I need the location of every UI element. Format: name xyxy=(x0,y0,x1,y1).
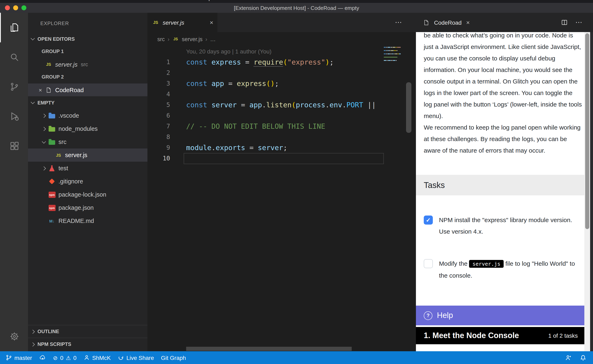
minimize-window-button[interactable] xyxy=(13,5,18,10)
open-editor-coderoad[interactable]: × CodeRoad xyxy=(28,84,147,96)
explorer-activity-icon[interactable] xyxy=(0,13,28,42)
code-line-6[interactable]: 6 xyxy=(147,110,416,121)
tree-item-label: package-lock.json xyxy=(59,191,106,198)
window-titlebar[interactable]: [Extension Development Host] - CodeRoad … xyxy=(0,3,593,13)
source-control-activity-icon[interactable] xyxy=(0,72,28,102)
editor-tab-bar: JS server.js × ⋯ xyxy=(147,13,416,32)
warning-count: 0 xyxy=(73,354,77,361)
test-folder-icon xyxy=(48,164,56,172)
open-editors-header[interactable]: OPEN EDITORS xyxy=(28,32,147,45)
close-tab-icon[interactable]: × xyxy=(466,19,470,26)
js-file-icon: JS xyxy=(54,151,63,159)
settings-gear-icon[interactable] xyxy=(0,322,28,351)
code-line-3[interactable]: 3const app = express(); xyxy=(147,78,416,89)
npm-scripts-section-header[interactable]: NPM SCRIPTS xyxy=(28,338,147,351)
editor-more-actions-icon[interactable]: ⋯ xyxy=(395,18,402,27)
chevron-down-icon xyxy=(31,100,35,104)
code-line-1[interactable]: 1const express = require("express"); xyxy=(147,57,416,67)
tree-item--gitignore[interactable]: .gitignore xyxy=(28,175,147,188)
outline-section-header[interactable]: OUTLINE xyxy=(28,325,147,338)
git-branch-status[interactable]: master xyxy=(6,354,32,361)
breadcrumb-separator-icon: › xyxy=(168,36,169,42)
menubar-items: CodeFileEditSelectionViewGoRunTerminalWi… xyxy=(9,0,212,1)
code-line-8[interactable]: 8 xyxy=(147,132,416,142)
breadcrumb-symbol[interactable]: … xyxy=(210,36,216,42)
run-debug-activity-icon[interactable] xyxy=(0,102,28,131)
tree-item-src[interactable]: src xyxy=(28,135,147,149)
open-editor-server-js[interactable]: JS server.js src xyxy=(28,58,147,71)
code-line-5[interactable]: 5const server = app.listen(process.env.P… xyxy=(147,99,416,110)
menu-selection[interactable]: Selection xyxy=(64,0,86,1)
tree-item--vscode[interactable]: .vscode xyxy=(28,109,147,122)
node-modules-folder-icon xyxy=(48,125,56,132)
tree-item-server-js[interactable]: JSserver.js xyxy=(28,149,147,162)
tree-item-package-json[interactable]: npmpackage.json xyxy=(28,201,147,214)
menu-help[interactable]: Help xyxy=(200,0,212,1)
close-window-button[interactable] xyxy=(5,5,10,10)
code-line-7[interactable]: 7// -- DO NOT EDIT BELOW THIS LINE xyxy=(147,121,416,132)
project-section-label: EMPTY xyxy=(38,100,54,105)
close-tab-icon[interactable]: × xyxy=(210,19,213,26)
task-checkbox-checked[interactable]: ✓ xyxy=(424,215,433,225)
line-content: // -- DO NOT EDIT BELOW THIS LINE xyxy=(170,121,325,132)
editor-group-1-label: GROUP 1 xyxy=(28,45,147,58)
npm-scripts-label: NPM SCRIPTS xyxy=(38,341,71,347)
code-line-2[interactable]: 2 xyxy=(147,67,416,78)
live-share-button[interactable]: Live Share xyxy=(118,354,154,361)
webview-scrollbar[interactable] xyxy=(585,33,589,229)
code-editor[interactable]: You, 20 days ago | 1 author (You) 1const… xyxy=(147,46,416,351)
panel-more-actions-icon[interactable]: ⋯ xyxy=(575,18,582,27)
coderoad-tab-label[interactable]: CodeRoad xyxy=(434,19,462,26)
status-bar: master ⊘ 0 ⚠ 0 ShMcK Live Share Git Grap… xyxy=(0,351,593,364)
horizontal-scrollbar[interactable] xyxy=(186,347,352,351)
tasks-heading-band: Tasks xyxy=(416,175,584,195)
tree-item-label: test xyxy=(59,165,68,171)
help-bar[interactable]: ? Help xyxy=(416,306,584,325)
lesson-title: 1. Meet the Node Console xyxy=(424,331,519,340)
lesson-footer[interactable]: 1. Meet the Node Console 1 of 2 tasks xyxy=(416,327,584,344)
invite-account-icon[interactable] xyxy=(565,354,572,361)
task-checkbox-unchecked[interactable] xyxy=(424,259,433,268)
close-editor-icon[interactable]: × xyxy=(37,87,44,93)
tree-item-readme-md[interactable]: M↓README.md xyxy=(28,214,147,228)
breadcrumb-src[interactable]: src xyxy=(157,36,165,42)
extensions-activity-icon[interactable] xyxy=(0,131,28,161)
minimap[interactable] xyxy=(384,47,401,63)
menu-code[interactable]: Code xyxy=(9,0,22,1)
line-number: 5 xyxy=(147,99,170,110)
notifications-bell-icon[interactable] xyxy=(580,354,586,361)
chevron-down-icon xyxy=(31,36,35,40)
user-account-status[interactable]: ShMcK xyxy=(84,354,111,361)
publish-changes-button[interactable] xyxy=(39,355,46,361)
code-line-4[interactable]: 4 xyxy=(147,89,416,99)
user-name: ShMcK xyxy=(92,354,111,361)
menu-file[interactable]: File xyxy=(30,0,39,1)
tree-item-node-modules[interactable]: node_modules xyxy=(28,122,147,135)
gitlens-blame-annotation: You, 20 days ago | 1 author (You) xyxy=(147,46,416,57)
project-section-header[interactable]: EMPTY xyxy=(28,96,147,109)
git-graph-button[interactable]: Git Graph xyxy=(161,354,186,361)
menu-terminal[interactable]: Terminal xyxy=(146,0,166,1)
problems-status[interactable]: ⊘ 0 ⚠ 0 xyxy=(53,354,77,361)
editor-group-2-label: GROUP 2 xyxy=(28,71,147,84)
tab-server-js[interactable]: JS server.js × xyxy=(147,13,217,32)
split-editor-icon[interactable] xyxy=(561,19,568,26)
menu-go[interactable]: Go xyxy=(113,0,120,1)
zoom-window-button[interactable] xyxy=(21,5,26,10)
tree-item-package-lock-json[interactable]: npmpackage-lock.json xyxy=(28,188,147,201)
line-number: 2 xyxy=(147,67,170,78)
code-line-9[interactable]: 9module.exports = server; xyxy=(147,142,416,153)
tree-item-test[interactable]: test xyxy=(28,162,147,175)
search-activity-icon[interactable] xyxy=(0,42,28,72)
code-line-10[interactable]: 10 xyxy=(147,153,416,164)
menu-edit[interactable]: Edit xyxy=(47,0,56,1)
webview-scrollbar-track xyxy=(584,32,590,351)
vertical-scrollbar[interactable] xyxy=(406,82,411,133)
menu-window[interactable]: Window xyxy=(173,0,193,1)
breadcrumb-server-js[interactable]: server.js xyxy=(182,36,203,42)
menu-view[interactable]: View xyxy=(94,0,105,1)
vscode-window: CodeFileEditSelectionViewGoRunTerminalWi… xyxy=(0,0,593,364)
menu-run[interactable]: Run xyxy=(128,0,138,1)
help-icon: ? xyxy=(424,311,432,320)
line-content: const app = express(); xyxy=(170,78,279,89)
